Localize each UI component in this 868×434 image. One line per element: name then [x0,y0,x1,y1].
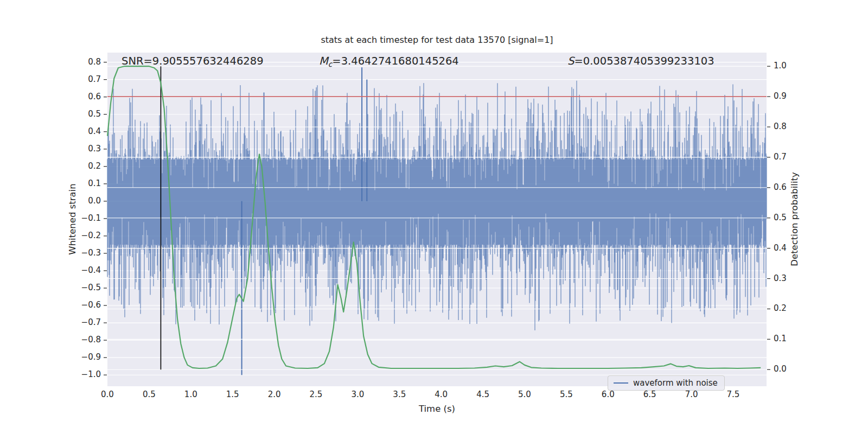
y-right-tick-label: 0.4 [774,243,787,253]
s-stat-value: =0.005387405399233103 [574,55,714,67]
y-left-tick-label: −0.3 [73,248,101,258]
y-left-tick-label: 0.5 [73,109,101,119]
x-tick-label: 3.0 [342,390,373,399]
y-right-tick-label: 0.9 [774,91,787,101]
y-right-tick-label: 0.8 [774,122,787,131]
y-right-tick-label: 0.0 [774,364,787,374]
y-left-tick-label: 0.3 [73,144,101,154]
y-left-tick-label: −0.9 [73,352,101,362]
y-left-tick-label: −0.5 [73,283,101,292]
y-left-tick-label: −0.6 [73,300,101,310]
figure: stats at each timestep for test data 135… [0,0,868,434]
legend: waveform with noise [608,375,725,391]
x-tick-label: 0.5 [134,390,164,399]
x-tick-label: 2.5 [301,390,331,399]
x-tick-label: 5.0 [509,390,540,399]
x-tick-label: 7.0 [676,390,707,399]
x-tick-label: 1.0 [176,390,206,399]
x-tick-label: 4.0 [426,390,456,399]
snr-annotation: SNR=9.905557632446289 [122,55,264,67]
chart-title: stats at each timestep for test data 135… [107,35,767,45]
y-left-tick-label: 0.6 [73,92,101,101]
y-right-tick-label: 0.2 [774,303,787,313]
s-stat-annotation: S=0.005387405399233103 [567,55,714,67]
chirp-mass-annotation: Mc=3.4642741680145264 [319,55,459,68]
y-left-tick-label: −0.1 [73,213,101,223]
y-left-tick-label: −0.4 [73,265,101,275]
right-y-axis-label: Detection probability [789,172,800,266]
y-left-tick-label: −0.2 [73,231,101,240]
y-right-tick-label: 0.6 [774,182,787,192]
y-left-tick-label: 0.2 [73,161,101,171]
x-tick-label: 6.0 [593,390,623,399]
x-tick-label: 5.5 [551,390,582,399]
y-left-tick-label: 0.0 [73,196,101,206]
y-right-tick-label: 0.3 [774,273,787,283]
chirp-mass-symbol: M [319,55,328,67]
chirp-mass-value: =3.4642741680145264 [332,55,458,67]
y-left-tick-label: 0.4 [73,126,101,136]
y-right-tick-label: 0.1 [774,334,787,343]
y-left-tick-label: −1.0 [73,369,101,379]
x-tick-label: 0.0 [92,390,123,399]
x-axis-label: Time (s) [107,404,767,414]
y-right-tick-label: 0.5 [774,213,787,222]
x-tick-label: 4.5 [468,390,498,399]
y-left-tick-label: 0.7 [73,74,101,84]
y-right-tick-label: 0.7 [774,152,787,162]
x-tick-label: 3.5 [384,390,414,399]
y-left-tick-label: −0.7 [73,317,101,327]
y-left-tick-label: 0.8 [73,57,101,67]
x-tick-label: 1.5 [218,390,248,399]
x-tick-label: 7.5 [718,390,748,399]
y-left-tick-label: 0.1 [73,178,101,188]
s-stat-symbol: S [567,55,574,67]
x-tick-label: 6.5 [635,390,665,399]
y-right-tick-label: 1.0 [774,61,787,71]
legend-label: waveform with noise [633,378,718,388]
x-tick-label: 2.0 [259,390,290,399]
legend-line-swatch-icon [614,382,628,384]
y-left-tick-label: −0.8 [73,335,101,344]
